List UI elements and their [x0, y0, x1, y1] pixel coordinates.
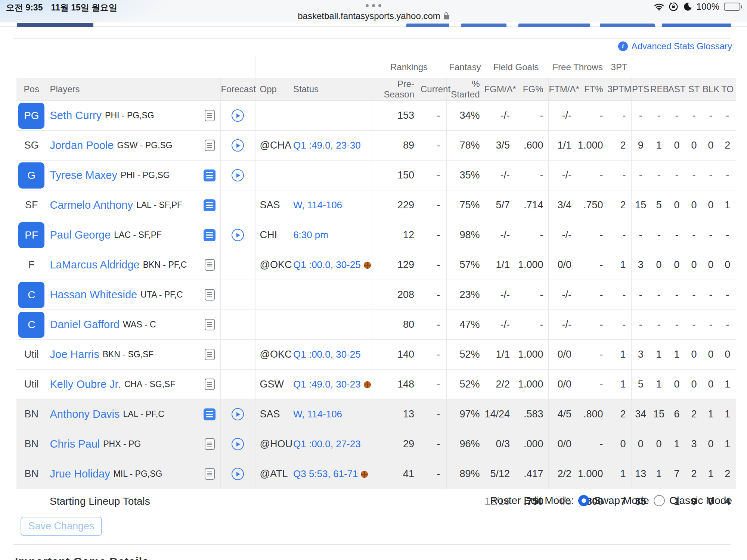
- stat-pre: 148: [372, 370, 420, 399]
- position-label[interactable]: BN: [17, 468, 46, 480]
- player-link[interactable]: Paul George: [50, 229, 111, 241]
- position-slot[interactable]: PF: [16, 220, 47, 250]
- player-link[interactable]: Joe Harris: [50, 348, 99, 361]
- player-link[interactable]: Tyrese Maxey: [50, 169, 118, 181]
- position-badge[interactable]: G: [18, 162, 44, 189]
- status-cell: Q3 5:53, 61-71: [289, 459, 372, 489]
- classic-mode-radio[interactable]: [654, 495, 665, 506]
- position-slot[interactable]: C: [16, 280, 47, 310]
- player-link[interactable]: Anthony Davis: [50, 408, 120, 420]
- play-forecast-icon[interactable]: [232, 109, 244, 122]
- game-status-link[interactable]: Q1 :00.0, 30-25: [293, 349, 361, 360]
- opponent-cell: @HOU: [255, 429, 289, 459]
- stat-fgp: -: [514, 310, 548, 340]
- position-slot[interactable]: Util: [16, 370, 47, 399]
- player-link[interactable]: Jrue Holiday: [50, 468, 110, 480]
- position-slot[interactable]: C: [16, 310, 47, 340]
- position-label[interactable]: SG: [17, 140, 46, 151]
- game-status-link[interactable]: W, 114-106: [293, 199, 342, 211]
- game-status-link[interactable]: W, 114-106: [293, 408, 342, 420]
- stat-st: -: [686, 101, 702, 131]
- player-link[interactable]: Chris Paul: [50, 438, 100, 450]
- position-label[interactable]: F: [17, 259, 46, 271]
- status-cell: [289, 101, 372, 131]
- player-note-icon[interactable]: [204, 229, 216, 241]
- player-note-icon[interactable]: [205, 319, 215, 330]
- stat-to: 0: [719, 250, 736, 280]
- stat-blk: -: [702, 220, 719, 250]
- player-link[interactable]: Carmelo Anthony: [50, 199, 133, 211]
- stat-ast: 0: [668, 370, 686, 399]
- player-link[interactable]: Hassan Whiteside: [50, 289, 137, 301]
- player-link[interactable]: Seth Curry: [50, 109, 102, 122]
- player-note-icon[interactable]: [205, 289, 215, 301]
- position-slot[interactable]: BN: [16, 459, 47, 489]
- game-status-link[interactable]: Q3 5:53, 61-71: [293, 468, 358, 479]
- play-forecast-icon[interactable]: [232, 408, 244, 420]
- play-forecast-icon[interactable]: [232, 139, 244, 152]
- play-forecast-icon[interactable]: [232, 229, 244, 241]
- stat-blk: -: [702, 101, 719, 131]
- position-label[interactable]: Util: [17, 349, 46, 360]
- play-forecast-icon[interactable]: [232, 169, 244, 181]
- save-changes-button[interactable]: Save Changes: [21, 517, 102, 536]
- stat-pre: 80: [372, 310, 420, 340]
- player-note-icon[interactable]: [205, 379, 215, 390]
- info-icon[interactable]: i: [618, 41, 628, 51]
- player-note-icon[interactable]: [205, 349, 215, 360]
- game-status-link[interactable]: 6:30 pm: [293, 229, 328, 240]
- stat-reb: -: [650, 161, 668, 190]
- position-badge[interactable]: C: [18, 282, 44, 308]
- player-cell: Chris PaulPHX - PG: [47, 429, 220, 459]
- position-slot[interactable]: SF: [16, 190, 47, 220]
- position-slot[interactable]: SG: [16, 131, 47, 161]
- position-badge[interactable]: PG: [18, 103, 44, 129]
- stat-reb: 0: [650, 250, 668, 280]
- player-note-icon[interactable]: [205, 438, 215, 450]
- address-bar[interactable]: basketball.fantasysports.yahoo.com: [0, 11, 747, 21]
- play-forecast-icon[interactable]: [232, 438, 244, 450]
- game-status-link[interactable]: Q1 :49.0, 23-30: [293, 140, 361, 151]
- position-badge[interactable]: PF: [18, 222, 44, 248]
- player-link[interactable]: Jordan Poole: [50, 139, 114, 152]
- page-menu-dots[interactable]: [0, 4, 747, 7]
- opponent-cell: SAS: [255, 399, 289, 429]
- player-note-icon[interactable]: [204, 199, 216, 211]
- position-slot[interactable]: F: [16, 250, 47, 280]
- player-note-icon[interactable]: [204, 408, 216, 420]
- position-badge[interactable]: C: [18, 312, 44, 338]
- player-note-icon[interactable]: [205, 110, 215, 121]
- game-status-link[interactable]: Q1 :00.0, 27-23: [293, 438, 361, 449]
- position-slot[interactable]: Util: [16, 340, 47, 370]
- swap-mode-label[interactable]: Swap Mode: [594, 495, 649, 507]
- position-label[interactable]: Util: [17, 379, 46, 390]
- game-status-link[interactable]: Q1 :00.0, 30-25: [293, 259, 361, 270]
- column-header-row: PosPlayersForecastOppStatusPre-SeasonCur…: [16, 78, 736, 101]
- position-slot[interactable]: PG: [16, 101, 47, 131]
- position-label[interactable]: BN: [17, 438, 46, 450]
- position-label[interactable]: SF: [17, 199, 46, 211]
- glossary-link[interactable]: Advanced Stats Glossary: [632, 41, 732, 52]
- stat-blk: 0: [702, 131, 719, 161]
- stat-cur: -: [420, 459, 446, 489]
- player-note-icon[interactable]: [205, 468, 215, 480]
- toolbar-fragment: [17, 23, 93, 27]
- stat-tptm: -: [607, 161, 631, 190]
- player-note-icon[interactable]: [205, 140, 215, 151]
- player-link[interactable]: Kelly Oubre Jr.: [50, 378, 121, 391]
- position-label[interactable]: BN: [17, 408, 46, 420]
- classic-mode-label[interactable]: Classic Mode: [669, 495, 732, 507]
- position-slot[interactable]: BN: [16, 429, 47, 459]
- stat-pre: 229: [372, 190, 420, 220]
- player-note-icon[interactable]: [204, 169, 216, 181]
- status-cell: W, 114-106: [289, 190, 372, 220]
- player-note-icon[interactable]: [205, 259, 215, 271]
- column-header-ast: AST: [668, 78, 686, 101]
- swap-mode-radio[interactable]: [578, 495, 589, 506]
- position-slot[interactable]: G: [16, 161, 47, 190]
- play-forecast-icon[interactable]: [232, 468, 244, 480]
- player-link[interactable]: LaMarcus Aldridge: [50, 259, 140, 271]
- game-status-link[interactable]: Q1 :49.0, 30-23: [293, 379, 361, 390]
- position-slot[interactable]: BN: [16, 399, 47, 429]
- player-link[interactable]: Daniel Gafford: [50, 318, 120, 331]
